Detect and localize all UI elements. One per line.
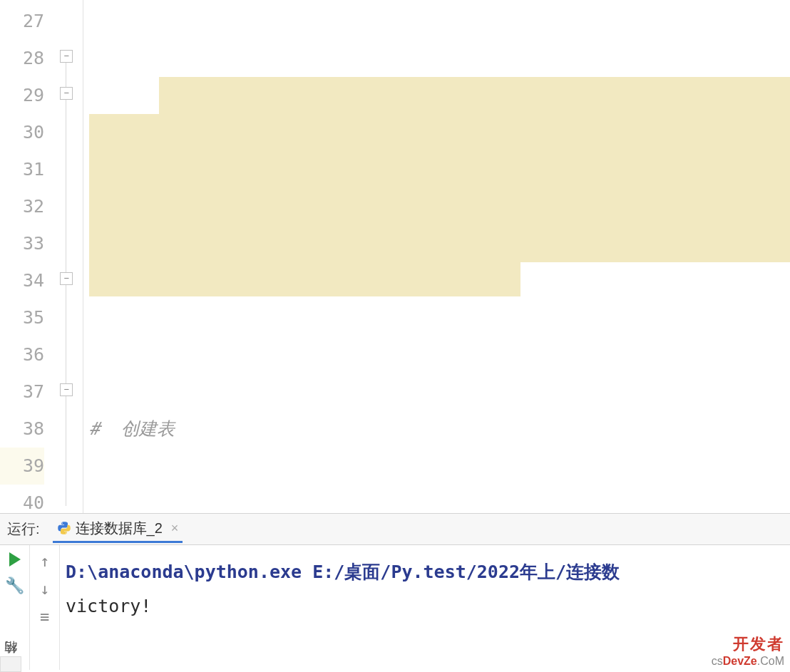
code-line[interactable] — [89, 262, 790, 299]
line-number: 32 — [0, 188, 44, 225]
fold-marker-icon[interactable]: − — [60, 383, 73, 396]
line-number: 27 — [0, 3, 44, 40]
wrench-icon[interactable]: 🔧 — [5, 577, 24, 594]
console-stdout: victory! — [66, 596, 151, 616]
run-panel: 运行: 连接数据库_2 × 🔧 ↑ ↓ ≡ D:\anaconda\python… — [0, 513, 790, 670]
run-tab-label: 连接数据库_2 — [76, 519, 163, 538]
arrow-down-icon[interactable]: ↓ — [40, 580, 49, 598]
code-editor[interactable]: # 创建表 sql="""CREATE TABLE test ( FIRST_ … — [83, 0, 790, 513]
line-number: 35 — [0, 299, 44, 336]
line-number: 33 — [0, 225, 44, 262]
line-number: 37 — [0, 373, 44, 410]
run-tab[interactable]: 连接数据库_2 × — [53, 516, 183, 543]
fold-marker-icon[interactable]: − — [60, 87, 73, 100]
fold-marker-icon[interactable]: − — [60, 50, 73, 63]
line-number: 36 — [0, 336, 44, 373]
arrow-up-icon[interactable]: ↑ — [40, 552, 49, 570]
line-number: 28 — [0, 40, 44, 77]
line-number: 40 — [0, 485, 44, 513]
run-toolbar-secondary: ↑ ↓ ≡ — [30, 545, 60, 670]
console-command: D:\anaconda\python.exe E:/桌面/Py.test/202… — [66, 562, 620, 582]
console-output[interactable]: D:\anaconda\python.exe E:/桌面/Py.test/202… — [60, 545, 790, 670]
line-number: 29 — [0, 77, 44, 114]
line-number: 34 — [0, 262, 44, 299]
line-number: 30 — [0, 114, 44, 151]
fold-gutter: − − − − — [57, 0, 83, 513]
line-number-gutter: 27 28 29 30 31 32 33 34 35 36 37 38 39 4… — [0, 0, 57, 513]
play-icon[interactable] — [9, 552, 21, 567]
fold-marker-icon[interactable]: − — [60, 272, 73, 285]
structure-tool-window-tab[interactable]: 结构 — [0, 656, 21, 672]
line-number: 39 — [0, 448, 44, 485]
editor-pane: 27 28 29 30 31 32 33 34 35 36 37 38 39 4… — [0, 0, 790, 513]
python-icon — [57, 521, 71, 535]
watermark: 开发者 csDevZe.CoM — [712, 634, 784, 668]
line-number: 38 — [0, 410, 44, 448]
run-toolbar-primary: 🔧 — [0, 545, 30, 670]
code-line[interactable]: # 创建表 — [89, 410, 790, 448]
line-number: 31 — [0, 151, 44, 188]
watermark-line1: 开发者 — [712, 634, 784, 655]
watermark-line2: csDevZe.CoM — [712, 655, 784, 668]
soft-wrap-icon[interactable]: ≡ — [40, 608, 49, 626]
run-label: 运行: — [7, 519, 40, 539]
run-tabbar: 运行: 连接数据库_2 × — [0, 514, 790, 545]
close-icon[interactable]: × — [171, 521, 179, 536]
